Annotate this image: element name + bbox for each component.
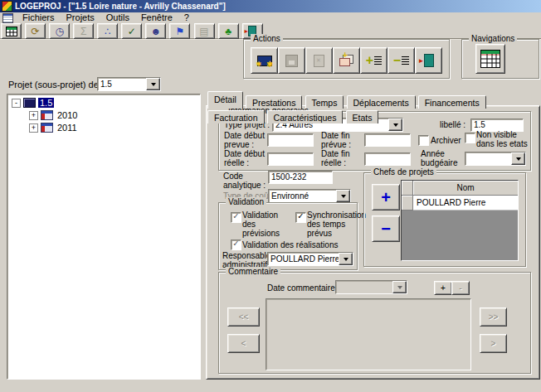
- report-icon[interactable]: ▤: [194, 23, 215, 39]
- tab-etats[interactable]: Etats: [346, 110, 379, 123]
- flag-icon[interactable]: ⚑: [169, 23, 190, 39]
- validation-previsions-label: Validation des prévisions: [242, 211, 294, 238]
- add-comment-button[interactable]: +: [434, 281, 452, 295]
- exit-door-icon[interactable]: [415, 47, 442, 74]
- date-fin-reelle-field[interactable]: [364, 152, 411, 166]
- tab-detail[interactable]: Détail: [207, 91, 243, 109]
- menu-aide[interactable]: ?: [178, 12, 195, 23]
- first-comment-button[interactable]: <<: [227, 307, 260, 327]
- menu-fenetre[interactable]: Fenêtre: [135, 12, 178, 23]
- chevron-down-icon[interactable]: [511, 152, 525, 165]
- tree-item-label[interactable]: 1.5: [38, 98, 54, 108]
- app-icon: [2, 1, 12, 12]
- grid-header-row: Nom: [402, 181, 518, 196]
- planning-icon[interactable]: ∴: [97, 23, 118, 39]
- commentaire-title: Commentaire: [226, 267, 280, 277]
- synchronisation-label: Synchronisation des temps prévus: [307, 211, 355, 238]
- windows-structure-icon[interactable]: +: [333, 47, 360, 74]
- table-glyph: [480, 50, 500, 68]
- date-commentaire-combo[interactable]: [335, 280, 407, 294]
- execute-icon[interactable]: [251, 47, 278, 74]
- validation-realisations-checkbox[interactable]: [231, 240, 241, 250]
- validation-previsions-checkbox[interactable]: [231, 212, 241, 223]
- save-icon[interactable]: [278, 47, 305, 74]
- code-analytique-field[interactable]: 1500-232: [268, 171, 333, 184]
- table-row[interactable]: POULLARD Pierre: [402, 196, 518, 211]
- tree-item-2010[interactable]: + 2010: [29, 109, 79, 121]
- project-tree[interactable]: - 1.5 + 2010 + 2011: [7, 94, 201, 380]
- synchronisation-checkbox[interactable]: [295, 212, 306, 223]
- date-debut-reelle-label: Date début réelle :: [224, 149, 267, 167]
- remove-comment-button[interactable]: -: [451, 281, 470, 295]
- detail-panel: Information générales Type projet : 2.4 …: [206, 105, 540, 380]
- title-bar: LOGEPROJ - ["1.5 Loire nature - Avrilly …: [0, 0, 541, 12]
- remove-chef-button[interactable]: −: [372, 215, 400, 242]
- page-glyph: [314, 55, 324, 67]
- refresh-clock-icon[interactable]: ⟳: [25, 23, 46, 39]
- date-debut-reelle-field[interactable]: [267, 152, 314, 166]
- date-fin-reelle-label: Date fin réelle :: [321, 149, 361, 167]
- comment-textarea[interactable]: [266, 298, 471, 370]
- prev-comment-button[interactable]: <: [227, 334, 260, 353]
- type-cout-combo[interactable]: Environné: [268, 189, 351, 203]
- floppy-glyph: [285, 55, 298, 67]
- clock-icon[interactable]: ◷: [49, 23, 70, 39]
- project-year-icon: [41, 123, 53, 133]
- next-comment-button[interactable]: >: [480, 334, 507, 353]
- code-analytique-label: Code analytique :: [223, 172, 266, 190]
- responsable-combo[interactable]: POULLARD Pierre: [267, 252, 353, 266]
- project-selector-combo[interactable]: 1.5: [97, 77, 161, 91]
- chefs-grid[interactable]: Nom POULLARD Pierre: [401, 180, 519, 261]
- chevron-down-icon[interactable]: [392, 281, 407, 293]
- menu-fichiers[interactable]: Fichiers: [17, 12, 61, 23]
- chevron-down-icon[interactable]: [339, 253, 353, 265]
- table-navigation-icon[interactable]: [475, 44, 505, 74]
- tab-prestations[interactable]: Prestations: [246, 95, 303, 109]
- collapse-icon[interactable]: -: [12, 99, 21, 108]
- add-chef-button[interactable]: +: [372, 184, 400, 211]
- project-selector-value: 1.5: [100, 80, 147, 89]
- chevron-down-icon[interactable]: [388, 119, 402, 131]
- plus-list-glyph: +: [366, 55, 382, 66]
- sum-icon[interactable]: Σ: [73, 23, 94, 39]
- expand-icon[interactable]: +: [29, 123, 38, 133]
- nature-icon[interactable]: ♣: [218, 23, 239, 39]
- menu-outils[interactable]: Outils: [100, 12, 135, 23]
- project-root-icon: [23, 98, 36, 108]
- expand-icon[interactable]: +: [29, 111, 38, 120]
- last-comment-button[interactable]: >>: [480, 307, 507, 327]
- grid-table-icon[interactable]: [1, 23, 22, 39]
- responsable-value: POULLARD Pierre: [270, 254, 339, 264]
- tree-item-root[interactable]: - 1.5: [12, 97, 54, 109]
- validation-group: Validation Validation des prévisions Syn…: [218, 202, 358, 270]
- tree-item-label[interactable]: 2011: [56, 123, 79, 133]
- annee-budgetaire-combo[interactable]: [465, 152, 526, 166]
- menu-projets[interactable]: Projets: [61, 12, 100, 23]
- remove-row-icon[interactable]: −: [387, 47, 415, 74]
- chef-name-cell[interactable]: POULLARD Pierre: [413, 196, 518, 211]
- tab-temps[interactable]: Temps: [305, 95, 344, 109]
- chevron-down-icon[interactable]: [336, 190, 350, 202]
- non-visible-checkbox[interactable]: [465, 133, 475, 143]
- validation-group-title: Validation: [226, 197, 266, 207]
- add-row-icon[interactable]: +: [360, 47, 387, 74]
- chevron-down-icon[interactable]: [146, 78, 160, 90]
- date-commentaire-label: Date commentaire :: [267, 283, 339, 293]
- tab-caracteristiques[interactable]: Caractéristiques: [267, 110, 344, 123]
- user-icon[interactable]: ☻: [145, 23, 166, 39]
- row-selector[interactable]: [402, 196, 413, 211]
- date-fin-prevue-field[interactable]: [364, 133, 411, 147]
- tree-item-2011[interactable]: + 2011: [29, 122, 79, 133]
- grid-column-nom: Nom: [413, 181, 518, 196]
- validate-icon[interactable]: ✓: [121, 23, 142, 39]
- tab-facturation[interactable]: Facturation: [207, 110, 265, 123]
- tab-financements[interactable]: Financements: [418, 95, 486, 109]
- minus-list-glyph: −: [393, 55, 409, 66]
- tree-item-label[interactable]: 2010: [56, 110, 79, 120]
- cascade-glyph: +: [339, 55, 353, 66]
- export-icon[interactable]: [305, 47, 333, 74]
- date-debut-prevue-field[interactable]: [267, 133, 314, 147]
- mdi-child-icon[interactable]: [2, 13, 13, 23]
- tab-deplacements[interactable]: Déplacements: [347, 95, 416, 109]
- archiver-checkbox[interactable]: [418, 135, 429, 146]
